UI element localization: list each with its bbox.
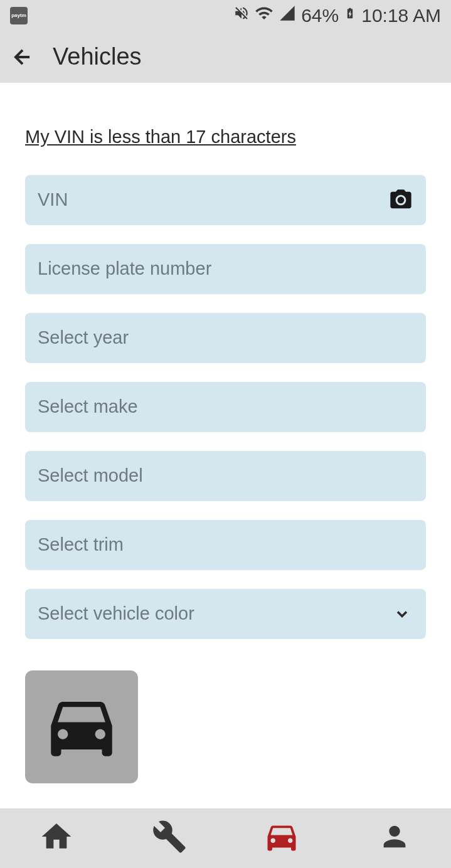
trim-select[interactable]: Select trim (25, 520, 426, 570)
year-placeholder: Select year (38, 327, 129, 348)
trim-placeholder: Select trim (38, 534, 124, 555)
model-placeholder: Select model (38, 465, 143, 486)
battery-charging-icon (344, 4, 356, 27)
make-placeholder: Select make (38, 396, 138, 417)
nav-tools[interactable] (144, 819, 194, 857)
status-bar: paytm 64% 10:18 AM (0, 0, 451, 31)
content-area: My VIN is less than 17 characters VIN Li… (0, 83, 451, 808)
color-placeholder: Select vehicle color (38, 603, 194, 624)
app-notification-badge: paytm (10, 7, 28, 24)
vehicle-image-placeholder[interactable] (25, 670, 138, 783)
status-right: 64% 10:18 AM (233, 4, 441, 27)
nav-vehicles[interactable] (257, 819, 307, 857)
clock-time: 10:18 AM (361, 5, 441, 26)
license-plate-input[interactable]: License plate number (25, 244, 426, 294)
nav-profile[interactable] (369, 819, 420, 857)
year-select[interactable]: Select year (25, 313, 426, 363)
vin-input[interactable]: VIN (25, 175, 426, 225)
cell-signal-icon (279, 4, 296, 26)
battery-percent: 64% (301, 5, 339, 26)
status-left: paytm (10, 7, 28, 24)
tools-icon (152, 819, 187, 857)
model-select[interactable]: Select model (25, 451, 426, 501)
mute-icon (233, 5, 250, 26)
home-icon (39, 819, 74, 857)
license-placeholder: License plate number (38, 258, 211, 279)
app-header: Vehicles (0, 31, 451, 83)
make-select[interactable]: Select make (25, 382, 426, 432)
back-button[interactable] (10, 45, 35, 70)
bottom-nav (0, 808, 451, 868)
vin-less-than-17-link[interactable]: My VIN is less than 17 characters (25, 127, 426, 147)
page-title: Vehicles (53, 43, 142, 70)
car-nav-icon (263, 818, 300, 858)
person-icon (378, 820, 411, 855)
nav-home[interactable] (31, 819, 82, 857)
camera-icon[interactable] (388, 188, 413, 213)
vin-placeholder: VIN (38, 189, 68, 210)
color-select[interactable]: Select vehicle color (25, 589, 426, 639)
wifi-icon (255, 4, 273, 27)
chevron-down-icon (393, 605, 411, 623)
car-icon (41, 685, 122, 769)
